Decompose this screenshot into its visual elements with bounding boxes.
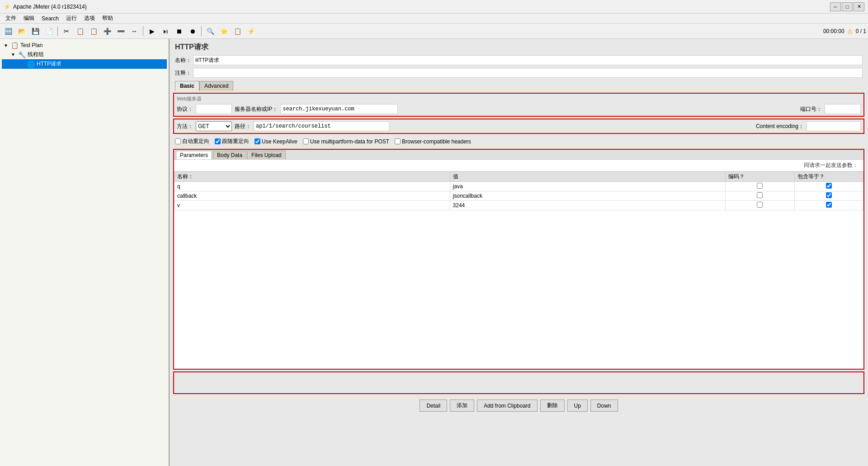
save-as-button[interactable]: 📄 xyxy=(42,25,55,37)
title-bar-left: ⚡ Apache JMeter (4.0 r1823414) xyxy=(4,4,87,10)
minimize-button[interactable]: ─ xyxy=(830,2,841,11)
shutdown-button[interactable]: ⏺ xyxy=(186,25,199,37)
params-tab-bar: Parameters Body Data Files Upload xyxy=(174,150,863,160)
col-header-name: 名称： xyxy=(175,172,450,182)
save-button[interactable]: 💾 xyxy=(29,25,42,37)
counter-display: 0 / 1 xyxy=(856,28,866,34)
http-request-section: 方法： GET POST PUT DELETE 路径： Content enco… xyxy=(173,119,864,134)
start-button[interactable]: ▶ xyxy=(146,25,158,37)
keep-alive-checkbox[interactable]: Use KeepAlive xyxy=(255,138,297,145)
path-input[interactable] xyxy=(254,121,389,131)
keep-alive-input[interactable] xyxy=(255,138,260,144)
main-layout: ▼ 📋 Test Plan ▼ 🔧 线程组 🌐 HTTP请求 HTTP请求 名称… xyxy=(0,39,868,466)
multipart-checkbox[interactable]: Use multipartform-data for POST xyxy=(303,138,389,145)
checkbox-row: 自动重定向 跟随重定向 Use KeepAlive Use multipartf… xyxy=(170,136,868,147)
toolbar-sep-1 xyxy=(57,26,58,36)
col-header-value: 值 xyxy=(450,172,726,182)
follow-redirect-input[interactable] xyxy=(215,138,221,144)
tree-toggle-test-plan[interactable]: ▼ xyxy=(4,43,9,48)
param-encode-callback xyxy=(726,191,794,201)
encoding-label: Content encoding： xyxy=(756,123,804,130)
remote-start-button[interactable]: 🔍 xyxy=(204,25,217,37)
open-button[interactable]: 📂 xyxy=(15,25,28,37)
table-row[interactable]: callback jsoncallback xyxy=(175,191,863,201)
tab-basic[interactable]: Basic xyxy=(175,81,199,91)
method-select[interactable]: GET POST PUT DELETE xyxy=(196,121,232,131)
port-input[interactable] xyxy=(825,104,861,114)
params-empty-space xyxy=(174,210,863,369)
protocol-label: 协议： xyxy=(177,105,193,113)
toggle-button[interactable]: ↔ xyxy=(128,25,141,37)
col-header-include: 包含等于？ xyxy=(794,172,863,182)
params-tab-files-upload[interactable]: Files Upload xyxy=(247,151,286,159)
delete-button[interactable]: 删除 xyxy=(540,399,565,412)
multipart-input[interactable] xyxy=(303,138,309,144)
stop-button[interactable]: ⏹ xyxy=(173,25,185,37)
tree-item-http-request[interactable]: 🌐 HTTP请求 xyxy=(2,59,167,69)
encoding-input[interactable] xyxy=(807,121,861,131)
tree-toggle-thread-group[interactable]: ▼ xyxy=(11,52,16,57)
name-row: 名称： xyxy=(170,54,868,67)
params-info: 同请求一起发送参数： xyxy=(174,160,863,171)
param-include-callback xyxy=(794,191,863,201)
function-button[interactable]: ⚡ xyxy=(245,25,257,37)
tree-label-http-request: HTTP请求 xyxy=(37,60,61,68)
comment-input[interactable] xyxy=(193,68,863,78)
host-input[interactable] xyxy=(280,104,398,114)
table-row[interactable]: q java xyxy=(175,182,863,191)
tree-label-test-plan: Test Plan xyxy=(20,42,42,48)
copy-button[interactable]: 📋 xyxy=(74,25,86,37)
tab-advanced[interactable]: Advanced xyxy=(199,81,233,91)
tree-item-test-plan[interactable]: ▼ 📋 Test Plan xyxy=(2,41,167,50)
start-no-pause-button[interactable]: ⏯ xyxy=(159,25,172,37)
detail-button[interactable]: Detail xyxy=(420,399,447,412)
up-button[interactable]: Up xyxy=(567,399,588,412)
collapse-button[interactable]: ➖ xyxy=(114,25,127,37)
new-button[interactable]: 🆕 xyxy=(2,25,14,37)
follow-redirect-checkbox[interactable]: 跟随重定向 xyxy=(215,138,249,145)
auto-redirect-input[interactable] xyxy=(175,138,181,144)
param-encode-v xyxy=(726,201,794,210)
menu-file[interactable]: 文件 xyxy=(2,14,20,23)
protocol-input[interactable] xyxy=(196,104,232,114)
param-value-callback: jsoncallback xyxy=(450,191,726,201)
tree-item-thread-group[interactable]: ▼ 🔧 线程组 xyxy=(2,50,167,59)
http-request-icon: 🌐 xyxy=(27,61,35,68)
web-server-title: Web服务器 xyxy=(177,95,861,102)
params-tab-parameters[interactable]: Parameters xyxy=(176,151,212,159)
remote-stop-button[interactable]: ⭐ xyxy=(217,25,230,37)
down-button[interactable]: Down xyxy=(590,399,618,412)
add-button[interactable]: 添加 xyxy=(450,399,474,412)
menu-options[interactable]: 选项 xyxy=(80,14,99,23)
test-plan-icon: 📋 xyxy=(11,42,19,49)
params-tab-body-data[interactable]: Body Data xyxy=(213,151,246,159)
name-input[interactable] xyxy=(193,55,863,65)
timer-display: 00:00:00 xyxy=(823,28,844,34)
app-title: Apache JMeter (4.0 r1823414) xyxy=(13,4,87,10)
menu-search[interactable]: Search xyxy=(38,14,62,23)
toolbar: 🆕 📂 💾 📄 ✂ 📋 📋 ➕ ➖ ↔ ▶ ⏯ ⏹ ⏺ 🔍 ⭐ 📋 ⚡ 00:0… xyxy=(0,24,868,39)
app-icon: ⚡ xyxy=(4,4,10,10)
auto-redirect-label: 自动重定向 xyxy=(182,138,209,145)
auto-redirect-checkbox[interactable]: 自动重定向 xyxy=(175,138,209,145)
list-button[interactable]: 📋 xyxy=(231,25,244,37)
paste-button[interactable]: 📋 xyxy=(87,25,100,37)
menu-edit[interactable]: 编辑 xyxy=(20,14,38,23)
panel-title: HTTP请求 xyxy=(170,39,868,54)
menu-help[interactable]: 帮助 xyxy=(99,14,117,23)
method-label: 方法： xyxy=(177,123,193,130)
param-name-callback: callback xyxy=(175,191,450,201)
browser-headers-checkbox[interactable]: Browser-compatible headers xyxy=(395,138,471,145)
table-row[interactable]: v 3244 xyxy=(175,201,863,210)
col-header-encode: 编码？ xyxy=(726,172,794,182)
close-button[interactable]: ✕ xyxy=(854,2,864,11)
add-clipboard-button[interactable]: Add from Clipboard xyxy=(477,399,537,412)
cut-button[interactable]: ✂ xyxy=(60,25,73,37)
comment-label: 注释： xyxy=(175,69,191,77)
expand-button[interactable]: ➕ xyxy=(101,25,113,37)
menu-run[interactable]: 运行 xyxy=(62,14,80,23)
maximize-button[interactable]: □ xyxy=(842,2,853,11)
web-server-section: Web服务器 协议： 服务器名称或IP： 端口号： xyxy=(173,93,864,117)
bottom-area xyxy=(173,371,864,394)
browser-headers-input[interactable] xyxy=(395,138,401,144)
